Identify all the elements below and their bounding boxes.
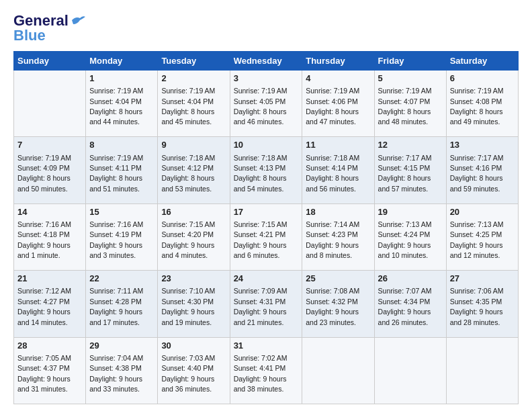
day-number: 8 (89, 139, 154, 151)
day-number: 31 (234, 340, 299, 352)
day-number: 3 (234, 73, 299, 85)
calendar-cell: 8Sunrise: 7:19 AMSunset: 4:11 PMDaylight… (86, 137, 158, 203)
calendar-cell: 16Sunrise: 7:15 AMSunset: 4:20 PMDayligh… (158, 203, 230, 270)
calendar-cell: 12Sunrise: 7:17 AMSunset: 4:15 PMDayligh… (374, 137, 446, 203)
sunrise-text: Sunrise: 7:09 AMSunset: 4:31 PMDaylight:… (234, 287, 287, 326)
day-number: 14 (17, 206, 82, 218)
calendar-header-thursday: Thursday (302, 52, 374, 71)
calendar-cell: 7Sunrise: 7:19 AMSunset: 4:09 PMDaylight… (14, 137, 86, 203)
day-number: 26 (378, 273, 443, 285)
sunrise-text: Sunrise: 7:18 AMSunset: 4:12 PMDaylight:… (161, 154, 215, 193)
calendar-cell: 30Sunrise: 7:03 AMSunset: 4:40 PMDayligh… (158, 337, 230, 404)
day-number: 20 (450, 206, 515, 218)
calendar-cell: 11Sunrise: 7:18 AMSunset: 4:14 PMDayligh… (302, 137, 374, 203)
day-number: 9 (161, 139, 226, 151)
logo-bird-icon (71, 15, 85, 27)
day-number: 18 (306, 206, 370, 218)
sunrise-text: Sunrise: 7:13 AMSunset: 4:25 PMDaylight:… (450, 220, 504, 259)
calendar-cell: 31Sunrise: 7:02 AMSunset: 4:41 PMDayligh… (230, 337, 302, 404)
calendar-cell: 27Sunrise: 7:06 AMSunset: 4:35 PMDayligh… (446, 271, 518, 337)
calendar-header-row: SundayMondayTuesdayWednesdayThursdayFrid… (14, 52, 519, 71)
calendar-cell: 6Sunrise: 7:19 AMSunset: 4:08 PMDaylight… (446, 71, 518, 137)
day-number: 21 (17, 273, 82, 285)
calendar-cell: 3Sunrise: 7:19 AMSunset: 4:05 PMDaylight… (230, 71, 302, 137)
calendar-cell: 20Sunrise: 7:13 AMSunset: 4:25 PMDayligh… (446, 203, 518, 270)
day-number: 25 (306, 273, 370, 285)
day-number: 11 (306, 139, 370, 151)
calendar-header-sunday: Sunday (14, 52, 86, 71)
calendar-cell: 29Sunrise: 7:04 AMSunset: 4:38 PMDayligh… (86, 337, 158, 404)
sunrise-text: Sunrise: 7:19 AMSunset: 4:05 PMDaylight:… (234, 87, 287, 126)
calendar-cell: 21Sunrise: 7:12 AMSunset: 4:27 PMDayligh… (14, 271, 86, 337)
sunrise-text: Sunrise: 7:19 AMSunset: 4:04 PMDaylight:… (89, 87, 143, 126)
sunrise-text: Sunrise: 7:11 AMSunset: 4:28 PMDaylight:… (89, 287, 143, 326)
calendar-week-4: 21Sunrise: 7:12 AMSunset: 4:27 PMDayligh… (14, 271, 519, 337)
sunrise-text: Sunrise: 7:16 AMSunset: 4:19 PMDaylight:… (89, 220, 143, 259)
sunrise-text: Sunrise: 7:16 AMSunset: 4:18 PMDaylight:… (17, 220, 71, 259)
day-number: 6 (450, 73, 515, 85)
calendar-header-monday: Monday (86, 52, 158, 71)
sunrise-text: Sunrise: 7:08 AMSunset: 4:32 PMDaylight:… (306, 287, 359, 326)
calendar-week-2: 7Sunrise: 7:19 AMSunset: 4:09 PMDaylight… (14, 137, 519, 203)
sunrise-text: Sunrise: 7:17 AMSunset: 4:15 PMDaylight:… (378, 154, 432, 193)
calendar-cell: 10Sunrise: 7:18 AMSunset: 4:13 PMDayligh… (230, 137, 302, 203)
sunrise-text: Sunrise: 7:03 AMSunset: 4:40 PMDaylight:… (161, 354, 215, 393)
calendar-cell: 19Sunrise: 7:13 AMSunset: 4:24 PMDayligh… (374, 203, 446, 270)
calendar-header-saturday: Saturday (446, 52, 518, 71)
sunrise-text: Sunrise: 7:12 AMSunset: 4:27 PMDaylight:… (17, 287, 71, 326)
calendar-cell: 26Sunrise: 7:07 AMSunset: 4:34 PMDayligh… (374, 271, 446, 337)
day-number: 1 (89, 73, 154, 85)
day-number: 22 (89, 273, 154, 285)
calendar-header-wednesday: Wednesday (230, 52, 302, 71)
day-number: 16 (161, 206, 226, 218)
sunrise-text: Sunrise: 7:15 AMSunset: 4:20 PMDaylight:… (161, 220, 215, 259)
calendar-week-1: 1Sunrise: 7:19 AMSunset: 4:04 PMDaylight… (14, 71, 519, 137)
sunrise-text: Sunrise: 7:15 AMSunset: 4:21 PMDaylight:… (234, 220, 287, 259)
sunrise-text: Sunrise: 7:02 AMSunset: 4:41 PMDaylight:… (234, 354, 287, 393)
day-number: 13 (450, 139, 515, 151)
calendar-cell: 1Sunrise: 7:19 AMSunset: 4:04 PMDaylight… (86, 71, 158, 137)
calendar-cell: 5Sunrise: 7:19 AMSunset: 4:07 PMDaylight… (374, 71, 446, 137)
calendar-cell: 14Sunrise: 7:16 AMSunset: 4:18 PMDayligh… (14, 203, 86, 270)
day-number: 28 (17, 340, 82, 352)
day-number: 23 (161, 273, 226, 285)
sunrise-text: Sunrise: 7:19 AMSunset: 4:04 PMDaylight:… (161, 87, 215, 126)
calendar-header-tuesday: Tuesday (158, 52, 230, 71)
calendar-week-3: 14Sunrise: 7:16 AMSunset: 4:18 PMDayligh… (14, 203, 519, 270)
sunrise-text: Sunrise: 7:10 AMSunset: 4:30 PMDaylight:… (161, 287, 215, 326)
calendar-cell: 25Sunrise: 7:08 AMSunset: 4:32 PMDayligh… (302, 271, 374, 337)
sunrise-text: Sunrise: 7:14 AMSunset: 4:23 PMDaylight:… (306, 220, 359, 259)
sunrise-text: Sunrise: 7:19 AMSunset: 4:08 PMDaylight:… (450, 87, 504, 126)
day-number: 4 (306, 73, 370, 85)
calendar-cell: 18Sunrise: 7:14 AMSunset: 4:23 PMDayligh… (302, 203, 374, 270)
calendar-cell: 15Sunrise: 7:16 AMSunset: 4:19 PMDayligh… (86, 203, 158, 270)
day-number: 27 (450, 273, 515, 285)
calendar-table: SundayMondayTuesdayWednesdayThursdayFrid… (13, 51, 519, 404)
day-number: 10 (234, 139, 299, 151)
calendar-week-5: 28Sunrise: 7:05 AMSunset: 4:37 PMDayligh… (14, 337, 519, 404)
day-number: 17 (234, 206, 299, 218)
sunrise-text: Sunrise: 7:19 AMSunset: 4:09 PMDaylight:… (17, 154, 71, 193)
calendar-cell: 24Sunrise: 7:09 AMSunset: 4:31 PMDayligh… (230, 271, 302, 337)
day-number: 30 (161, 340, 226, 352)
calendar-cell: 22Sunrise: 7:11 AMSunset: 4:28 PMDayligh… (86, 271, 158, 337)
calendar-cell (374, 337, 446, 404)
day-number: 19 (378, 206, 443, 218)
sunrise-text: Sunrise: 7:13 AMSunset: 4:24 PMDaylight:… (378, 220, 432, 259)
calendar-cell (302, 337, 374, 404)
calendar-cell: 13Sunrise: 7:17 AMSunset: 4:16 PMDayligh… (446, 137, 518, 203)
day-number: 7 (17, 139, 82, 151)
calendar-cell: 9Sunrise: 7:18 AMSunset: 4:12 PMDaylight… (158, 137, 230, 203)
sunrise-text: Sunrise: 7:19 AMSunset: 4:06 PMDaylight:… (306, 87, 359, 126)
logo-blue-text: Blue (13, 27, 46, 44)
day-number: 5 (378, 73, 443, 85)
calendar-cell: 23Sunrise: 7:10 AMSunset: 4:30 PMDayligh… (158, 271, 230, 337)
sunrise-text: Sunrise: 7:06 AMSunset: 4:35 PMDaylight:… (450, 287, 504, 326)
calendar-cell: 4Sunrise: 7:19 AMSunset: 4:06 PMDaylight… (302, 71, 374, 137)
sunrise-text: Sunrise: 7:05 AMSunset: 4:37 PMDaylight:… (17, 354, 71, 393)
sunrise-text: Sunrise: 7:19 AMSunset: 4:11 PMDaylight:… (89, 154, 143, 193)
calendar-cell: 28Sunrise: 7:05 AMSunset: 4:37 PMDayligh… (14, 337, 86, 404)
calendar-cell (446, 337, 518, 404)
calendar-cell (14, 71, 86, 137)
day-number: 15 (89, 206, 154, 218)
